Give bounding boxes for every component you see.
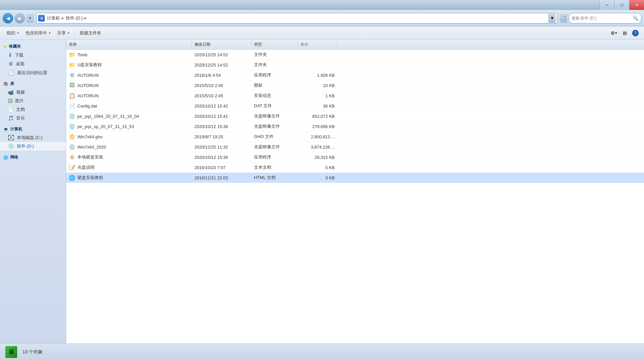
preview-button[interactable]: ▤: [620, 28, 629, 38]
file-icon: 📁: [69, 51, 75, 58]
include-library-button[interactable]: 包含到库中 ▼: [23, 29, 54, 37]
new-folder-label: 新建文件夹: [80, 30, 101, 36]
table-row[interactable]: ⚙ 本地硬盘安装 2020/10/12 15:30 应用程序 28,315 KB: [66, 152, 644, 162]
sidebar-item-video[interactable]: 📹 视频: [0, 88, 66, 97]
file-size-cell: 3,874,126 ...: [298, 143, 337, 151]
organize-button[interactable]: 组织 ▼: [4, 29, 22, 37]
file-name-cell: 📁 Tools: [66, 50, 192, 60]
table-row[interactable]: 🖼 AUTORUN 2015/5/10 2:45 图标 10 KB: [66, 80, 644, 91]
image-icon: 🖼: [8, 98, 13, 104]
file-name-cell: 🌐 硬盘安装教程: [66, 173, 192, 183]
table-row[interactable]: 💿 Win7x64_2020 2020/12/25 11:32 光盘映像文件 3…: [66, 142, 644, 152]
file-name-cell: ⚙ AUTORUN: [66, 70, 192, 80]
help-button[interactable]: ?: [631, 28, 640, 38]
computer-icon: 💻: [3, 127, 8, 132]
sidebar-download-label: 下载: [15, 52, 23, 58]
file-name: 硬盘安装教程: [77, 175, 103, 181]
file-icon: 📋: [69, 92, 75, 99]
help-icon: ?: [632, 30, 639, 36]
file-name-cell: 📄 Config.dat: [66, 101, 192, 111]
file-name: Config.dat: [77, 104, 97, 109]
sidebar-item-music[interactable]: 🎵 音乐: [0, 114, 66, 122]
table-row[interactable]: 📄 Config.dat 2020/10/12 15:42 DAT 文件 36 …: [66, 101, 644, 111]
file-type-cell: HTML 文档: [251, 173, 298, 182]
breadcrumb: 计算机 ▶ 软件 (D:) ▶: [46, 15, 547, 21]
library-header[interactable]: 📚 库: [0, 80, 66, 88]
sidebar-item-driveD[interactable]: 💿 软件 (D:): [0, 142, 66, 151]
address-bar[interactable]: 🖥 计算机 ▶ 软件 (D:) ▶ ▼: [36, 13, 557, 23]
file-icon: ⚙: [69, 72, 75, 78]
file-size-cell: 1,926 KB: [298, 71, 337, 79]
search-input[interactable]: [572, 16, 631, 21]
table-row[interactable]: 📁 Tools 2020/12/25 14:52 文件夹: [66, 50, 644, 60]
close-button[interactable]: ✕: [629, 0, 644, 10]
sidebar-item-recent[interactable]: 🕐 最近访问的位置: [0, 68, 66, 77]
col-header-name[interactable]: 名称: [66, 40, 192, 49]
search-bar[interactable]: 🔍: [569, 13, 641, 23]
breadcrumb-drive[interactable]: 软件 (D:): [65, 15, 84, 21]
doc-icon: 📄: [8, 107, 14, 112]
table-row[interactable]: 📝 光盘说明 2016/10/23 7:07 文本文档 5 KB: [66, 162, 644, 173]
file-type-cell: 文件夹: [251, 60, 298, 69]
file-type-cell: GHO 文件: [251, 132, 298, 141]
sidebar-item-download[interactable]: ⬇ 下载: [0, 51, 66, 60]
file-name: Win7x64_2020: [77, 145, 106, 150]
recent-icon: 🕐: [8, 69, 15, 76]
table-row[interactable]: ⚙ AUTORUN 2016/1/8 4:54 应用程序 1,926 KB: [66, 70, 644, 80]
sidebar-item-driveC[interactable]: 💽 本地磁盘 (C:): [0, 133, 66, 142]
file-name-cell: 🖼 AUTORUN: [66, 80, 192, 90]
sidebar-image-label: 图片: [15, 98, 24, 104]
minimize-button[interactable]: ─: [599, 0, 614, 10]
favorites-label: 收藏夹: [9, 44, 21, 49]
file-icon: 💿: [69, 144, 75, 150]
file-type-cell: 图标: [251, 81, 298, 90]
status-icon: 🖥: [5, 346, 17, 358]
download-icon: ⬇: [8, 52, 12, 58]
address-icon: 🖥: [38, 15, 45, 22]
file-icon: 💿: [69, 113, 75, 119]
file-date-cell: 2016/11/21 22:03: [192, 174, 251, 182]
search-button[interactable]: 🔍: [633, 16, 638, 21]
computer-header[interactable]: 💻 计算机: [0, 125, 66, 133]
forward-button[interactable]: ▶: [15, 13, 25, 23]
refresh-button[interactable]: 🔄: [560, 14, 567, 23]
view-button[interactable]: ⊞ ▼: [610, 28, 619, 38]
col-header-date[interactable]: 修改日期: [192, 40, 251, 49]
favorites-header[interactable]: ★ 收藏夹: [0, 42, 66, 51]
file-date-cell: 2015/5/10 2:45: [192, 92, 251, 100]
col-header-size[interactable]: 大小: [298, 40, 337, 49]
file-size-cell: 36 KB: [298, 102, 337, 110]
file-name: Win7x64.gho: [77, 134, 103, 139]
table-row[interactable]: 💿 pe_yqs_1064_20_07_31_16_04 2020/10/12 …: [66, 111, 644, 121]
file-type-cell: 文本文档: [251, 163, 298, 172]
statusbar: 🖥 13 个对象: [0, 343, 644, 360]
sidebar-item-image[interactable]: 🖼 图片: [0, 97, 66, 105]
sidebar-video-label: 视频: [16, 89, 25, 95]
address-dropdown-button[interactable]: ▼: [548, 14, 556, 23]
desktop-icon: 🖥: [8, 61, 13, 67]
back-button[interactable]: ◀: [3, 13, 13, 23]
maximize-button[interactable]: □: [614, 0, 629, 10]
network-header[interactable]: 🌐 网络: [0, 153, 66, 161]
col-header-type[interactable]: 类型: [251, 40, 298, 49]
share-button[interactable]: 共享 ▼: [55, 29, 73, 37]
file-name: AUTORUN: [77, 73, 99, 78]
organize-label: 组织: [7, 30, 15, 36]
new-folder-button[interactable]: 新建文件夹: [77, 29, 104, 37]
table-row[interactable]: 🌐 硬盘安装教程 2016/11/21 22:03 HTML 文档 3 KB: [66, 173, 644, 183]
breadcrumb-arrow-2: ▶: [84, 16, 87, 20]
table-row[interactable]: 📋 AUTORUN 2015/5/10 2:45 安装信息 1 KB: [66, 91, 644, 101]
file-date-cell: 2020/10/12 15:42: [192, 102, 251, 110]
breadcrumb-computer[interactable]: 计算机: [46, 15, 61, 21]
table-row[interactable]: 💿 pe_yqs_xp_20_07_31_15_53 2020/10/12 15…: [66, 121, 644, 132]
file-name-cell: 📁 U盘安装教程: [66, 60, 192, 70]
file-list-container: 名称 修改日期 类型 大小 📁 Tools 2020/12/25 14:52 文…: [66, 40, 644, 343]
sidebar-item-doc[interactable]: 📄 文档: [0, 105, 66, 114]
table-row[interactable]: 📀 Win7x64.gho 2019/9/7 19:25 GHO 文件 2,90…: [66, 132, 644, 142]
file-date-cell: 2020/12/25 11:32: [192, 143, 251, 151]
dropdown-button[interactable]: ▼: [26, 14, 34, 23]
file-name: AUTORUN: [77, 93, 99, 98]
table-row[interactable]: 📁 U盘安装教程 2020/12/25 14:52 文件夹: [66, 60, 644, 70]
sidebar-item-desktop[interactable]: 🖥 桌面: [0, 60, 66, 68]
breadcrumb-arrow-1: ▶: [62, 16, 64, 20]
